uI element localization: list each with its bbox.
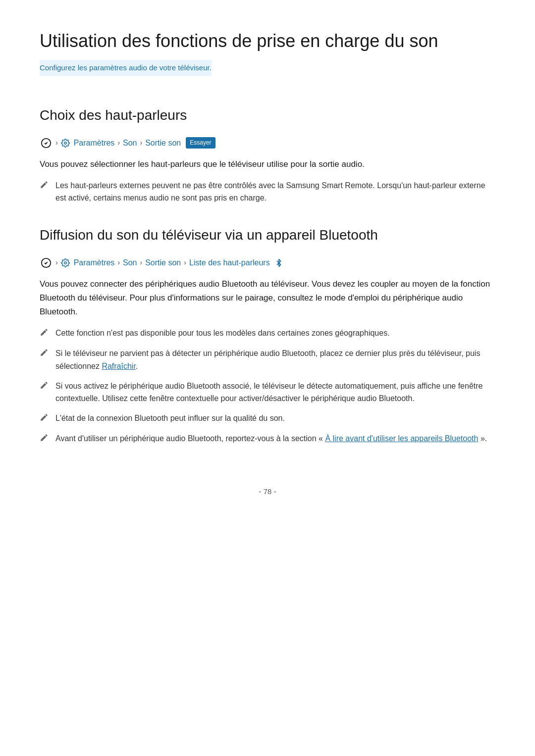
page-footer: - 78 - (40, 486, 495, 498)
breadcrumb-parametres-1[interactable]: Paramètres (74, 137, 115, 150)
breadcrumb-arrow-5: › (117, 257, 120, 268)
note-item-s2-4: L'état de la connexion Bluetooth peut in… (40, 412, 495, 426)
note-text-s2-2: Si le téléviseur ne parvient pas à détec… (55, 347, 495, 372)
badge-essayer[interactable]: Essayer (186, 137, 215, 149)
note-text-1: Les haut-parleurs externes peuvent ne pa… (55, 179, 495, 204)
bluetooth-icon (275, 259, 283, 267)
svg-point-1 (64, 142, 66, 144)
breadcrumb-arrow-3: › (140, 137, 143, 148)
note-text-s2-5: Avant d'utiliser un périphérique audio B… (55, 432, 495, 445)
home-icon-2 (40, 256, 53, 269)
note-text-s2-3: Si vous activez le périphérique audio Bl… (55, 380, 495, 405)
section-choix-haut-parleurs: Choix des haut-parleurs › Paramètres › S… (40, 104, 495, 204)
pencil-icon-1 (40, 180, 49, 193)
svg-point-3 (64, 261, 66, 264)
link-rafraichir[interactable]: Rafraîchir (102, 362, 135, 370)
breadcrumb-parametres-2[interactable]: Paramètres (74, 256, 115, 269)
note-item-s2-1: Cette fonction n'est pas disponible pour… (40, 327, 495, 341)
pencil-icon-s2-2 (40, 348, 49, 361)
page-title: Utilisation des fonctions de prise en ch… (40, 30, 495, 53)
pencil-icon-s2-3 (40, 381, 49, 394)
note-item-s2-2: Si le téléviseur ne parvient pas à détec… (40, 347, 495, 372)
settings-icon-1 (61, 139, 70, 148)
pencil-icon-s2-4 (40, 413, 49, 426)
breadcrumb-1: › Paramètres › Son › Sortie son Essayer (40, 137, 495, 150)
section2-title: Diffusion du son du téléviseur via un ap… (40, 224, 495, 247)
page-subtitle: Configurez les paramètres audio de votre… (40, 60, 212, 76)
note-item-s2-3: Si vous activez le périphérique audio Bl… (40, 380, 495, 405)
home-icon (40, 137, 53, 150)
section1-notes: Les haut-parleurs externes peuvent ne pa… (40, 179, 495, 204)
breadcrumb-son-1[interactable]: Son (123, 137, 137, 150)
section2-description: Vous pouvez connecter des périphériques … (40, 277, 495, 319)
pencil-icon-s2-5 (40, 433, 49, 446)
breadcrumb-son-2[interactable]: Son (123, 256, 137, 269)
section2-notes: Cette fonction n'est pas disponible pour… (40, 327, 495, 446)
section1-title: Choix des haut-parleurs (40, 104, 495, 127)
note-text-s2-4: L'état de la connexion Bluetooth peut in… (55, 412, 495, 425)
breadcrumb-arrow-1: › (55, 137, 58, 148)
breadcrumb-sortie-2[interactable]: Sortie son (145, 256, 181, 269)
breadcrumb-arrow-7: › (184, 257, 186, 268)
settings-icon-2 (61, 258, 70, 267)
link-bluetooth-avant[interactable]: À lire avant d'utiliser les appareils Bl… (325, 434, 478, 443)
section-diffusion-bluetooth: Diffusion du son du téléviseur via un ap… (40, 224, 495, 446)
section1-description: Vous pouvez sélectionner les haut-parleu… (40, 157, 495, 171)
breadcrumb-arrow-4: › (55, 257, 58, 268)
note-item: Les haut-parleurs externes peuvent ne pa… (40, 179, 495, 204)
breadcrumb-sortie-1[interactable]: Sortie son (145, 137, 181, 150)
note-text-s2-1: Cette fonction n'est pas disponible pour… (55, 327, 495, 340)
breadcrumb-arrow-6: › (140, 257, 143, 268)
breadcrumb-liste[interactable]: Liste des haut-parleurs (189, 256, 270, 269)
breadcrumb-2: › Paramètres › Son › Sortie son › Liste … (40, 256, 495, 269)
pencil-icon-s2-1 (40, 328, 49, 341)
breadcrumb-arrow-2: › (117, 137, 120, 148)
note-item-s2-5: Avant d'utiliser un périphérique audio B… (40, 432, 495, 446)
